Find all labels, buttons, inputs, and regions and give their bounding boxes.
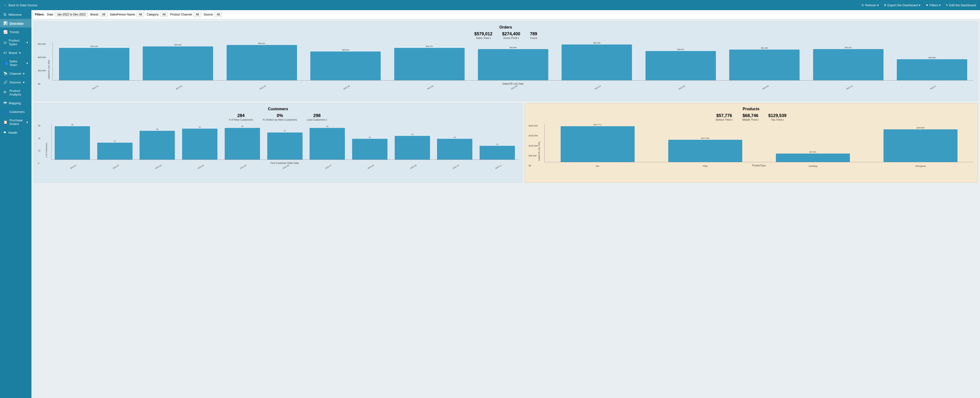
customers-x-axis-label: First Customer Order Date [51,162,518,164]
orders-bar[interactable] [478,49,548,80]
sidebar-item-customers[interactable]: 👤 Customers [0,107,32,116]
sidebar-item-sales-team[interactable]: 👥 Sales Team ▾ [0,57,32,69]
brand-filter-chip[interactable]: All [100,12,107,17]
filters-button[interactable]: ▼ Filters▾ [925,3,940,7]
products-bar[interactable] [883,129,958,162]
customers-bar[interactable] [182,129,218,159]
bar-x-label: 2022-08 [367,164,374,169]
bar-value-label: $52,606 [509,46,517,49]
channel-filter-chip[interactable]: All [194,12,201,17]
orders-bar-col: $54,1082022-01 [53,42,135,80]
orders-profit-value: $274,400 [502,32,520,37]
middle-info-icon[interactable]: ℹ [758,118,759,121]
orders-bar[interactable] [562,45,632,80]
category-filter-chip[interactable]: All [160,12,168,17]
products-bar[interactable] [561,126,635,162]
sidebar-item-purchase-orders[interactable]: 📋 Purchase Orders ▾ [0,116,32,128]
bar-x-label: 2022-01 [91,85,99,90]
orders-bar[interactable] [59,48,129,80]
sidebar-item-mapping[interactable]: 🗺 Mapping [0,99,32,107]
y-tick-2: $20,000 [38,69,46,72]
back-label: Back to Data Source [8,3,37,7]
bar-x-label: 2022-03 [155,164,162,169]
sales-team-icon: 👥 [3,61,8,65]
bar-x-label: 2022-09 [410,164,417,169]
bar-value-label: 32 [241,125,243,127]
channel-filter-label: Product Channel: [170,13,193,16]
bar-value-label: 32 [326,125,328,127]
sidebar-item-trends[interactable]: 📈 Trends [0,27,32,36]
orders-bar[interactable] [227,45,297,80]
sidebar-item-channel[interactable]: 📡 Channel ▾ [0,69,32,78]
products-stat-bottom: $57,776 Bottom Third ℹ [716,113,733,121]
customers-bar[interactable] [480,146,515,159]
sidebar-item-overview[interactable]: 📊 Overview [0,19,32,27]
orders-bar[interactable] [143,46,213,80]
sales-info-icon[interactable]: ℹ [490,37,491,40]
customers-bar[interactable] [97,143,132,159]
bar-x-label: 2022-10 [846,85,853,90]
sidebar-label-health: Health [8,131,18,134]
edit-icon: ✎ [946,3,948,7]
customers-bar[interactable] [140,131,175,159]
customers-bar[interactable] [395,136,430,159]
products-bar[interactable] [776,154,850,162]
salesperson-filter-chip[interactable]: All [137,12,144,17]
bar-x-label: 2022-07 [325,164,332,169]
sidebar-label-customers: Customers [10,110,25,114]
health-icon: ❤ [3,131,6,134]
source-filter-chip[interactable]: All [215,12,222,17]
sidebar-item-product-types[interactable]: 🗂 Product Types ▾ [0,36,32,48]
content-area: Filters: Date: Jan-2022 to Dec-2022 Bran… [32,10,980,398]
top-info-icon[interactable]: ℹ [783,118,784,121]
bar-x-label: 2022-04 [197,164,204,169]
sidebar-item-brand[interactable]: 🏷 Brand ▾ [0,48,32,57]
lost-info-icon[interactable]: ℹ [326,118,327,121]
bottom-third-value: $57,776 [716,113,733,118]
bar-x-label: 2022-02 [175,85,183,90]
sidebar-item-health[interactable]: ❤ Health [0,128,32,137]
orders-bar[interactable] [897,59,967,80]
customers-bar[interactable] [55,126,90,159]
orders-bars-container: $54,1082022-01$56,9092022-02$59,4212022-… [52,42,974,81]
refresh-button[interactable]: ↻ Refresh▾ [861,3,879,7]
customers-stat-lost: 298 Lost Customers ℹ [307,113,327,121]
brand-filter-group: Brand: All [90,12,107,17]
customers-bar[interactable] [225,128,260,159]
orders-bar[interactable] [813,49,883,80]
products-bar[interactable] [668,140,742,162]
orders-bar-col: $51,8802022-09 [723,42,806,80]
orders-bar[interactable] [646,51,716,80]
bottom-info-icon[interactable]: ℹ [732,118,733,121]
customers-bar[interactable] [437,139,473,159]
bar-value-label: $51,880 [761,47,768,49]
products-stat-middle: $68,746 Middle Third ℹ [742,113,759,121]
customers-bar[interactable] [310,128,345,159]
cust-y-tick-1: 0 [38,162,40,164]
orders-stats: $579,012 Sales Total ℹ $274,400 Gross Pr… [38,32,974,40]
sidebar-item-welcome[interactable]: ☰ Welcome [0,10,32,19]
export-button[interactable]: ⬆ Export the Dashboard▾ [884,3,921,7]
customers-chart-panel: Customers 284 # of New Customers 0% % Or… [34,103,522,183]
bar-value-label: $35,668 [929,57,935,59]
orders-bar[interactable] [394,48,465,80]
product-types-icon: 🗂 [3,40,7,44]
customers-bar-col: 292022-03 [137,124,178,159]
orders-bar[interactable] [729,49,800,80]
purchase-orders-icon: 📋 [3,120,8,124]
bar-x-label: Strongman [915,165,926,167]
customers-bar-col: 212022-08 [349,124,391,159]
customers-bar[interactable] [267,132,302,159]
edit-button[interactable]: ✎ Edit the Dashboard [946,3,976,7]
customers-bar[interactable] [352,139,387,159]
sidebar-item-product-analysis[interactable]: 🔍 Product Analysis [0,87,32,99]
sidebar-item-sources[interactable]: 🔗 Sources ▾ [0,78,32,87]
profit-info-icon[interactable]: ℹ [518,37,519,40]
refresh-icon: ↻ [861,3,864,7]
bar-value-label: $47,951 [810,151,816,153]
date-filter-chip[interactable]: Jan-2022 to Dec-2022 [55,12,88,17]
back-to-datasource-button[interactable]: ← Back to Data Source [4,3,37,7]
sidebar: ☰ Welcome 📊 Overview 📈 Trends 🗂 Product … [0,10,32,398]
orders-bar[interactable] [310,51,381,80]
category-filter-group: Category: All [146,12,168,17]
